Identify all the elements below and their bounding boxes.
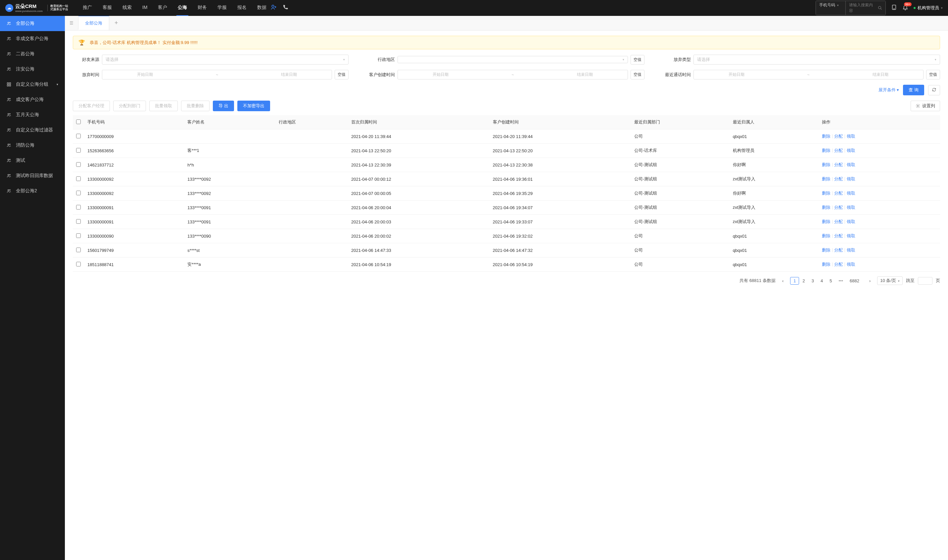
region-clear-button[interactable]: 空值	[631, 55, 645, 65]
row-delete-link[interactable]: 删除	[822, 133, 831, 139]
row-get-link[interactable]: 领取	[847, 205, 855, 211]
row-delete-link[interactable]: 删除	[822, 233, 831, 239]
batch-get-button[interactable]: 批量领取	[149, 101, 178, 111]
tablet-icon[interactable]	[891, 4, 897, 12]
set-columns-button[interactable]: 设置列	[911, 101, 940, 111]
search-type-select[interactable]: 手机号码	[816, 1, 846, 15]
row-get-link[interactable]: 领取	[847, 148, 855, 154]
search-input[interactable]: 请输入搜索内容	[846, 1, 885, 15]
row-assign-link[interactable]: 分配	[834, 162, 843, 168]
add-user-icon[interactable]	[268, 4, 280, 12]
page-size-select[interactable]: 10 条/页	[877, 276, 903, 285]
row-delete-link[interactable]: 删除	[822, 148, 831, 154]
logo[interactable]: ☁ 云朵CRM www.yunduocrm.com 教育机构一站式服务云平台	[5, 3, 68, 12]
row-assign-link[interactable]: 分配	[834, 133, 843, 139]
create-time-clear-button[interactable]: 空值	[631, 70, 645, 79]
nav-item-5[interactable]: 公海	[176, 0, 188, 16]
sidebar-item-11[interactable]: 全部公海2	[0, 183, 65, 198]
create-time-range[interactable]: 开始日期~结束日期	[397, 70, 628, 79]
nav-item-7[interactable]: 学服	[216, 0, 228, 16]
row-assign-link[interactable]: 分配	[834, 148, 843, 154]
row-assign-link[interactable]: 分配	[834, 233, 843, 239]
sidebar-item-6[interactable]: 五月天公海	[0, 107, 65, 123]
row-delete-link[interactable]: 删除	[822, 205, 831, 211]
nav-item-3[interactable]: IM	[141, 0, 149, 16]
assign-dept-button[interactable]: 分配到部门	[113, 101, 146, 111]
batch-delete-button[interactable]: 批量删除	[181, 101, 209, 111]
page-last[interactable]: 6882	[846, 277, 863, 285]
sidebar-item-2[interactable]: 二咨公海	[0, 46, 65, 62]
nav-item-9[interactable]: 数据	[256, 0, 268, 16]
nav-item-6[interactable]: 财务	[196, 0, 208, 16]
abandon-time-clear-button[interactable]: 空值	[335, 70, 349, 79]
refresh-button[interactable]	[928, 85, 940, 95]
export-button[interactable]: 导 出	[213, 101, 234, 111]
region-select[interactable]: ▾	[397, 56, 628, 63]
abandon-type-select[interactable]: 请选择▾	[694, 55, 940, 65]
nav-item-0[interactable]: 推广	[82, 0, 93, 16]
sidebar-item-1[interactable]: 非成交客户公海	[0, 31, 65, 46]
row-assign-link[interactable]: 分配	[834, 219, 843, 225]
page-prev-button[interactable]: ‹	[779, 277, 787, 285]
jump-input[interactable]	[918, 277, 933, 285]
row-assign-link[interactable]: 分配	[834, 247, 843, 253]
row-checkbox[interactable]	[76, 191, 81, 195]
sidebar-item-3[interactable]: 注安公海	[0, 62, 65, 77]
page-next-button[interactable]: ›	[866, 277, 874, 285]
row-get-link[interactable]: 领取	[847, 219, 855, 225]
row-get-link[interactable]: 领取	[847, 190, 855, 196]
sidebar-item-0[interactable]: 全部公海	[0, 16, 65, 31]
tab-add-icon[interactable]: +	[109, 16, 123, 30]
nav-item-1[interactable]: 客服	[101, 0, 113, 16]
nav-item-4[interactable]: 客户	[157, 0, 168, 16]
call-time-clear-button[interactable]: 空值	[926, 70, 940, 79]
sidebar-item-10[interactable]: 测试昨日回库数据	[0, 168, 65, 183]
page-4[interactable]: 4	[817, 277, 826, 285]
row-delete-link[interactable]: 删除	[822, 219, 831, 225]
page-5[interactable]: 5	[826, 277, 835, 285]
row-checkbox[interactable]	[76, 176, 81, 181]
select-all-checkbox[interactable]	[76, 120, 81, 124]
assign-manager-button[interactable]: 分配客户经理	[73, 101, 110, 111]
row-checkbox[interactable]	[76, 262, 81, 266]
row-assign-link[interactable]: 分配	[834, 205, 843, 211]
sidebar-item-9[interactable]: 测试	[0, 153, 65, 168]
call-time-range[interactable]: 开始日期~结束日期	[694, 70, 923, 79]
sidebar-item-7[interactable]: 自定义公海过滤器	[0, 123, 65, 138]
row-assign-link[interactable]: 分配	[834, 176, 843, 182]
row-get-link[interactable]: 领取	[847, 176, 855, 182]
export-plain-button[interactable]: 不加密导出	[237, 101, 270, 111]
row-get-link[interactable]: 领取	[847, 162, 855, 168]
user-menu[interactable]: 机构管理员 ▾	[914, 5, 943, 11]
row-delete-link[interactable]: 删除	[822, 190, 831, 196]
bell-icon[interactable]: 99+	[902, 4, 908, 12]
row-delete-link[interactable]: 删除	[822, 247, 831, 253]
row-checkbox[interactable]	[76, 205, 81, 209]
sidebar-item-8[interactable]: 消防公海	[0, 138, 65, 153]
page-2[interactable]: 2	[799, 277, 808, 285]
row-get-link[interactable]: 领取	[847, 133, 855, 139]
row-assign-link[interactable]: 分配	[834, 190, 843, 196]
sidebar-item-4[interactable]: 自定义公海分组▾	[0, 77, 65, 92]
sidebar-item-5[interactable]: 成交客户公海	[0, 92, 65, 107]
row-delete-link[interactable]: 删除	[822, 262, 831, 268]
query-button[interactable]: 查 询	[903, 85, 924, 95]
abandon-time-range[interactable]: 开始日期~结束日期	[102, 70, 332, 79]
row-delete-link[interactable]: 删除	[822, 162, 831, 168]
page-3[interactable]: 3	[808, 277, 817, 285]
row-assign-link[interactable]: 分配	[834, 262, 843, 268]
row-checkbox[interactable]	[76, 148, 81, 152]
tab-all-sea[interactable]: 全部公海	[78, 16, 109, 30]
row-checkbox[interactable]	[76, 134, 81, 138]
page-1[interactable]: 1	[790, 277, 799, 285]
row-checkbox[interactable]	[76, 219, 81, 224]
row-checkbox[interactable]	[76, 233, 81, 238]
row-get-link[interactable]: 领取	[847, 247, 855, 253]
row-get-link[interactable]: 领取	[847, 233, 855, 239]
phone-icon[interactable]	[280, 4, 291, 12]
row-checkbox[interactable]	[76, 162, 81, 167]
nav-item-8[interactable]: 报名	[236, 0, 248, 16]
row-get-link[interactable]: 领取	[847, 262, 855, 268]
expand-filters-link[interactable]: 展开条件 ▾	[879, 87, 899, 93]
row-delete-link[interactable]: 删除	[822, 176, 831, 182]
